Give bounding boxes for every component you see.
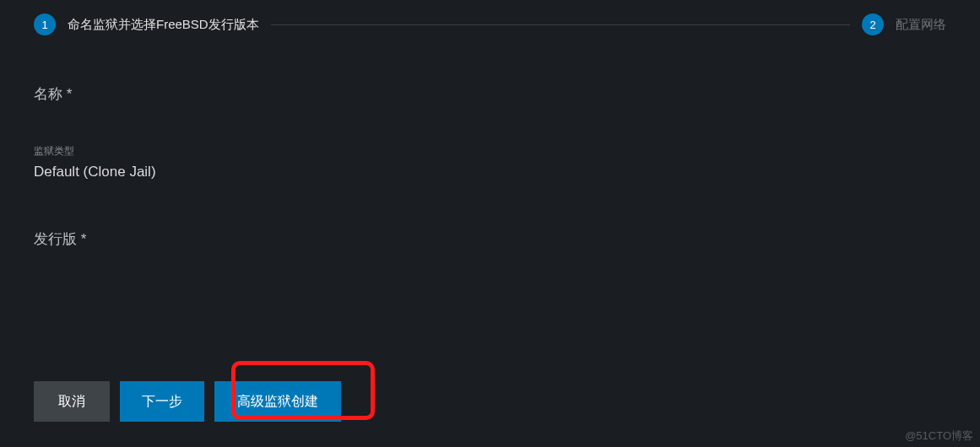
advanced-jail-create-button[interactable]: 高级监狱创建 bbox=[214, 381, 341, 422]
form-area: 名称 * 监狱类型 Default (Clone Jail) 发行版 * bbox=[0, 42, 980, 249]
watermark: @51CTO博客 bbox=[905, 428, 973, 444]
step-1[interactable]: 1 命名监狱并选择FreeBSD发行版本 bbox=[34, 13, 259, 35]
wizard-stepper: 1 命名监狱并选择FreeBSD发行版本 2 配置网络 bbox=[0, 0, 980, 42]
step-connector bbox=[271, 24, 850, 25]
cancel-button[interactable]: 取消 bbox=[34, 381, 110, 422]
jail-type-label: 监狱类型 bbox=[34, 144, 946, 159]
step-1-number: 1 bbox=[34, 13, 56, 35]
name-field-label[interactable]: 名称 * bbox=[34, 84, 946, 104]
release-field-label[interactable]: 发行版 * bbox=[34, 229, 946, 249]
step-2[interactable]: 2 配置网络 bbox=[862, 13, 946, 35]
next-button[interactable]: 下一步 bbox=[120, 381, 204, 422]
jail-type-value[interactable]: Default (Clone Jail) bbox=[34, 164, 946, 180]
button-row: 取消 下一步 高级监狱创建 bbox=[34, 381, 341, 422]
step-2-number: 2 bbox=[862, 13, 884, 35]
step-2-label: 配置网络 bbox=[896, 17, 946, 33]
step-1-label: 命名监狱并选择FreeBSD发行版本 bbox=[68, 17, 259, 33]
